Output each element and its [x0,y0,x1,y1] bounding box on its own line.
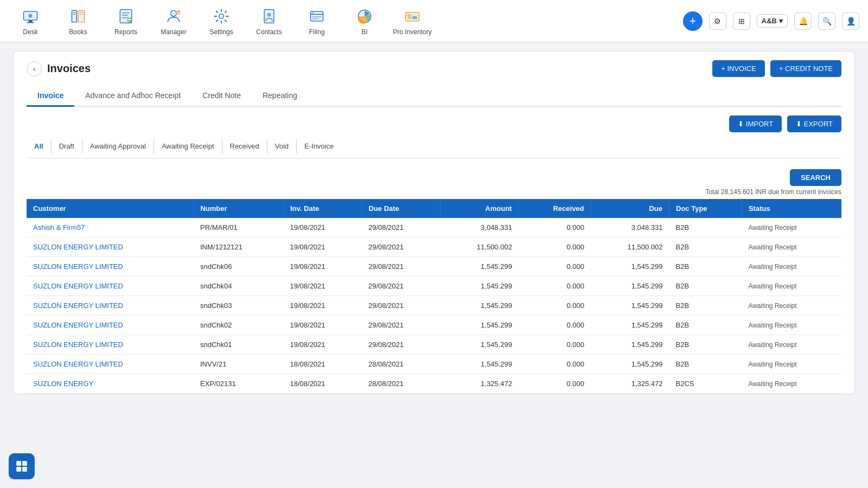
filter-draft[interactable]: Draft [52,139,82,153]
settings-button[interactable]: ⚙ [709,12,726,30]
received-cell: 0.000 [519,335,591,355]
col-due: Due [591,199,669,218]
filter-received[interactable]: Received [222,139,267,153]
due-cell: 3,048.331 [591,218,669,237]
col-doc-type: Doc Type [669,199,742,218]
filter-void[interactable]: Void [267,139,297,153]
tab-repeating[interactable]: Repeating [252,86,308,107]
status-cell: Awaiting Receipt [742,335,841,355]
status-cell: Awaiting Receipt [742,296,841,316]
add-button[interactable]: + [683,11,703,31]
search-row: SEARCH [27,163,841,188]
books-icon [68,7,88,26]
inv-date-cell: 19/08/2021 [284,218,362,237]
nav-pro-inventory[interactable]: Pro Inventory [391,2,434,40]
table-row[interactable]: SUZLON ENERGY LIMITED sndChk01 19/08/202… [27,335,841,355]
table-row[interactable]: SUZLON ENERGY LIMITED sndChk06 19/08/202… [27,257,841,277]
invoice-card: ‹ Invoices + INVOICE + CREDIT NOTE Invoi… [13,51,855,394]
nav-reports-label: Reports [114,28,137,36]
customer-cell[interactable]: SUZLON ENERGY LIMITED [27,257,194,277]
desk-icon [21,7,40,26]
filter-all[interactable]: All [27,139,52,153]
contacts-icon [259,7,279,26]
number-cell: sndChk06 [194,257,284,277]
amount-cell: 1,545.299 [440,335,518,355]
search-button[interactable]: SEARCH [790,169,841,186]
nav-filing[interactable]: Filing [295,2,339,40]
main-content: ‹ Invoices + INVOICE + CREDIT NOTE Invoi… [0,42,868,403]
inv-date-cell: 18/08/2021 [284,355,362,374]
invoice-tabs: Invoice Advance and Adhoc Receipt Credit… [27,86,841,107]
filter-einvoice[interactable]: E-Invoice [297,139,341,153]
nav-reports[interactable]: Reports [104,2,148,40]
nav-contacts[interactable]: Contacts [247,2,291,40]
search-button-top[interactable]: 🔍 [818,12,835,30]
customer-cell[interactable]: SUZLON ENERGY LIMITED [27,316,194,335]
col-inv-date: Inv. Date [284,199,362,218]
due-cell: 1,545.299 [591,316,669,335]
nav-desk[interactable]: Desk [9,2,52,40]
col-customer: Customer [27,199,194,218]
top-navigation: Desk Books [0,0,868,42]
inv-date-cell: 19/08/2021 [284,237,362,257]
number-cell: INM/1212121 [194,237,284,257]
customer-cell[interactable]: SUZLON ENERGY LIMITED [27,355,194,374]
new-invoice-button[interactable]: + INVOICE [712,60,765,77]
table-row[interactable]: SUZLON ENERGY EXP/02131 18/08/2021 28/08… [27,374,841,394]
reports-icon [116,7,136,26]
table-row[interactable]: SUZLON ENERGY LIMITED INVV/21 18/08/2021… [27,355,841,374]
filter-section: ⬇ IMPORT ⬇ EXPORT All Draft Awaiting App… [27,107,841,163]
notification-button[interactable]: 🔔 [794,12,812,30]
table-row[interactable]: Ashish & Firm57 PR/MAR/01 19/08/2021 29/… [27,218,841,237]
number-cell: PR/MAR/01 [194,218,284,237]
grid-button[interactable]: ⊞ [733,12,750,30]
profile-button[interactable]: 👤 [842,12,859,30]
nav-books[interactable]: Books [56,2,100,40]
svg-point-21 [219,14,224,18]
back-button[interactable]: ‹ [27,61,42,76]
due-date-cell: 29/08/2021 [362,277,440,296]
nav-bi[interactable]: BI [343,2,386,40]
number-cell: EXP/02131 [194,374,284,394]
customer-cell[interactable]: SUZLON ENERGY LIMITED [27,237,194,257]
tab-credit-note[interactable]: Credit Note [192,86,252,107]
status-cell: Awaiting Receipt [742,277,841,296]
customer-cell[interactable]: Ashish & Firm57 [27,218,194,237]
table-row[interactable]: SUZLON ENERGY LIMITED sndChk02 19/08/202… [27,316,841,335]
customer-cell[interactable]: SUZLON ENERGY [27,374,194,394]
customer-cell[interactable]: SUZLON ENERGY LIMITED [27,296,194,316]
settings-icon [212,7,231,26]
received-cell: 0.000 [519,374,591,394]
nav-manager[interactable]: Manager [152,2,195,40]
table-row[interactable]: SUZLON ENERGY LIMITED sndChk03 19/08/202… [27,296,841,316]
col-due-date: Due Date [362,199,440,218]
nav-books-label: Books [69,28,87,36]
inv-date-cell: 19/08/2021 [284,316,362,335]
import-button[interactable]: ⬇ IMPORT [729,115,782,132]
filter-awaiting-approval[interactable]: Awaiting Approval [82,139,154,153]
tab-advance-adhoc[interactable]: Advance and Adhoc Receipt [74,86,192,107]
table-row[interactable]: SUZLON ENERGY LIMITED sndChk04 19/08/202… [27,277,841,296]
table-header: Customer Number Inv. Date Due Date Amoun… [27,199,841,218]
header-buttons: + INVOICE + CREDIT NOTE [712,60,841,77]
export-button[interactable]: ⬇ EXPORT [787,115,841,132]
company-selector[interactable]: A&B ▾ [757,14,788,28]
invoice-table: Customer Number Inv. Date Due Date Amoun… [27,199,841,394]
due-date-cell: 29/08/2021 [362,296,440,316]
svg-rect-9 [79,14,84,15]
customer-cell[interactable]: SUZLON ENERGY LIMITED [27,335,194,355]
tab-invoice[interactable]: Invoice [27,86,74,107]
doc-type-cell: B2CS [669,374,742,394]
nav-desk-label: Desk [23,28,37,36]
table-row[interactable]: SUZLON ENERGY LIMITED INM/1212121 19/08/… [27,237,841,257]
nav-settings[interactable]: Settings [200,2,243,40]
status-cell: Awaiting Receipt [742,237,841,257]
due-date-cell: 29/08/2021 [362,316,440,335]
doc-type-cell: B2B [669,296,742,316]
new-credit-note-button[interactable]: + CREDIT NOTE [770,60,841,77]
due-date-cell: 29/08/2021 [362,237,440,257]
filter-awaiting-receipt[interactable]: Awaiting Receipt [154,139,222,153]
svg-rect-16 [128,19,132,20]
customer-cell[interactable]: SUZLON ENERGY LIMITED [27,277,194,296]
svg-rect-1 [28,20,32,22]
